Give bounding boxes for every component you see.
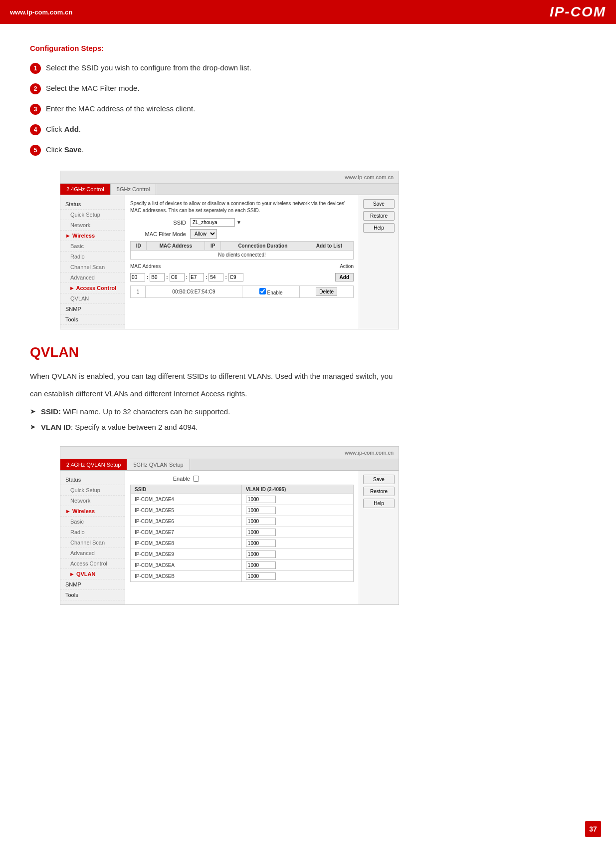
ss2-help-button[interactable]: Help: [363, 499, 395, 508]
ss1-sidebar-advanced[interactable]: Advanced: [60, 273, 125, 283]
ss2-sidebar-tools: Tools: [60, 590, 125, 600]
ss2-sidebar-wireless[interactable]: ► Wireless: [60, 506, 125, 517]
ss2-tab-24ghz[interactable]: 2.4GHz QVLAN Setup: [60, 459, 127, 470]
ss2-qvlan-vlan-input-5[interactable]: [246, 551, 276, 558]
ss1-sidebar-channelscan[interactable]: Channel Scan: [60, 262, 125, 273]
step-5-text: Click Save.: [46, 144, 84, 156]
ss1-entry-checkbox[interactable]: [259, 288, 266, 294]
ss2-qvlan-vlan-input-2[interactable]: [246, 518, 276, 525]
ss2-qvlan-row-5: IP-COM_3AC6E9: [131, 549, 354, 560]
ss2-qvlan-vlan-7: [241, 571, 353, 582]
ss2-qvlan-table: SSID VLAN ID (2-4095) IP-COM_3AC6E4IP-CO…: [130, 485, 354, 582]
ss2-qvlan-ssid-0: IP-COM_3AC6E4: [131, 494, 242, 505]
ss1-mac-addr-label: MAC Address: [130, 264, 161, 269]
ss1-header: www.ip-com.com.cn: [60, 171, 399, 184]
ss1-sidebar-basic[interactable]: Basic: [60, 241, 125, 252]
ss2-sidebar-radio[interactable]: Radio: [60, 527, 125, 538]
ss1-sidebar-accesscontrol[interactable]: ► Access Control: [60, 283, 125, 293]
step-3: 3 Enter the MAC address of the wireless …: [30, 103, 586, 115]
ss1-restore-button[interactable]: Restore: [363, 211, 395, 221]
ss1-col-id: ID: [131, 242, 147, 251]
ss1-sidebar-wireless[interactable]: ► Wireless: [60, 231, 125, 241]
step-2-text: Select the MAC Filter mode.: [46, 83, 140, 94]
ss1-delete-button[interactable]: Delete: [316, 287, 337, 296]
ss2-qvlan-vlan-0: [241, 494, 353, 505]
ss2-qvlan-vlan-input-4[interactable]: [246, 540, 276, 547]
qvlan-bullet-ssid: ➤ SSID: WiFi name. Up to 32 characters c…: [30, 407, 586, 416]
ss2-qvlan-vlan-input-6[interactable]: [246, 562, 276, 569]
ss1-add-button[interactable]: Add: [335, 273, 354, 282]
ss1-mac-field-5[interactable]: [208, 273, 223, 282]
ss1-tab-24ghz[interactable]: 2.4GHz Control: [60, 184, 111, 195]
ss1-mac-field-4[interactable]: [189, 273, 204, 282]
ss1-action-label: Action: [340, 264, 354, 269]
top-header: www.ip-com.com.cn IP-COM: [0, 0, 616, 24]
ss2-qvlan-vlan-input-7[interactable]: [246, 572, 276, 580]
ss2-sidebar-advanced[interactable]: Advanced: [60, 548, 125, 559]
ss2-sidebar-channelscan[interactable]: Channel Scan: [60, 538, 125, 548]
step-1-text: Select the SSID you wish to configure fr…: [46, 62, 251, 74]
ss2-qvlan-vlan-4: [241, 538, 353, 549]
screenshot-2: www.ip-com.com.cn 2.4GHz QVLAN Setup 5GH…: [60, 446, 399, 605]
ss1-sidebar-quicksetup[interactable]: Quick Setup: [60, 210, 125, 220]
ss2-qvlan-row-0: IP-COM_3AC6E4: [131, 494, 354, 505]
ss2-qvlan-vlan-input-0[interactable]: [246, 496, 276, 503]
ss2-restore-button[interactable]: Restore: [363, 487, 395, 496]
step-1: 1 Select the SSID you wish to configure …: [30, 62, 586, 74]
ss1-sidebar-radio[interactable]: Radio: [60, 252, 125, 262]
step-4-number: 4: [30, 124, 41, 135]
ss2-body: Status Quick Setup Network ► Wireless Ba…: [60, 471, 399, 604]
ss2-sidebar-status: Status: [60, 475, 125, 485]
ss2-qvlan-ssid-2: IP-COM_3AC6E6: [131, 516, 242, 527]
ss1-help-button[interactable]: Help: [363, 223, 395, 233]
ss1-ssid-dropdown-icon[interactable]: ▼: [236, 220, 241, 225]
ss2-tab-5ghz[interactable]: 5GHz QVLAN Setup: [127, 459, 190, 470]
bullet-arrow-ssid: ➤: [30, 407, 36, 415]
ss2-sidebar-quicksetup[interactable]: Quick Setup: [60, 485, 125, 496]
ss1-mac-field-2[interactable]: [150, 273, 165, 282]
step-2: 2 Select the MAC Filter mode.: [30, 83, 586, 94]
ss1-entry-mac: 00:B0:C6:E7:54:C9: [146, 286, 242, 298]
ss1-ssid-input[interactable]: [190, 218, 235, 227]
step-1-number: 1: [30, 63, 41, 74]
ss2-enable-row: Enable: [130, 476, 354, 482]
ss1-macfilter-label: MAC Filter Mode: [130, 231, 190, 237]
ss1-sidebar-qvlan[interactable]: QVLAN: [60, 293, 125, 304]
ss2-save-button[interactable]: Save: [363, 475, 395, 484]
ss1-ssid-row: SSID ▼: [130, 218, 354, 227]
ss1-body: Status Quick Setup Network ► Wireless Ba…: [60, 195, 399, 329]
ss1-save-button[interactable]: Save: [363, 199, 395, 209]
ss2-tabs[interactable]: 2.4GHz QVLAN Setup 5GHz QVLAN Setup: [60, 459, 399, 471]
ss2-sidebar-qvlan[interactable]: ► QVLAN: [60, 569, 125, 579]
ss2-sidebar-accesscontrol[interactable]: Access Control: [60, 559, 125, 569]
ss2-col-ssid: SSID: [131, 485, 242, 494]
ss2-sidebar-snmp: SNMP: [60, 579, 125, 590]
screenshot-1: www.ip-com.com.cn 2.4GHz Control 5GHz Co…: [60, 171, 399, 329]
ss2-header: www.ip-com.com.cn: [60, 447, 399, 459]
ss2-qvlan-row-4: IP-COM_3AC6E8: [131, 538, 354, 549]
ss1-mac-field-3[interactable]: [170, 273, 185, 282]
ss2-sidebar-basic[interactable]: Basic: [60, 517, 125, 527]
ss2-qvlan-vlan-1: [241, 505, 353, 516]
ss2-sidebar-network[interactable]: Network: [60, 496, 125, 506]
qvlan-vlanid-text: VLAN ID: Specify a value between 2 and 4…: [41, 423, 198, 431]
ss1-tab-5ghz[interactable]: 5GHz Control: [111, 184, 157, 195]
step-5-number: 5: [30, 145, 41, 156]
ss2-qvlan-vlan-input-3[interactable]: [246, 529, 276, 536]
qvlan-para2: can establish different VLANs and differ…: [30, 387, 586, 400]
ss2-qvlan-row-2: IP-COM_3AC6E6: [131, 516, 354, 527]
ss1-sidebar-network[interactable]: Network: [60, 220, 125, 231]
ss2-enable-checkbox[interactable]: [193, 476, 199, 482]
ss1-mac-table: ID MAC Address IP Connection Duration Ad…: [130, 241, 354, 260]
ss1-tabs[interactable]: 2.4GHz Control 5GHz Control: [60, 184, 399, 195]
ss1-macfilter-select[interactable]: Allow Deny: [190, 229, 217, 239]
step-4: 4 Click Add.: [30, 124, 586, 135]
ss2-qvlan-vlan-input-1[interactable]: [246, 507, 276, 514]
ss1-mac-field-6[interactable]: [228, 273, 243, 282]
ss2-sidebar: Status Quick Setup Network ► Wireless Ba…: [60, 471, 125, 604]
ss1-col-addtolist: Add to List: [305, 242, 353, 251]
ss2-qvlan-row-1: IP-COM_3AC6E5: [131, 505, 354, 516]
ss1-mac-field-1[interactable]: [130, 273, 145, 282]
ss1-mac-input-row: : : : : : Add: [130, 273, 354, 282]
ss2-qvlan-row-3: IP-COM_3AC6E7: [131, 527, 354, 538]
